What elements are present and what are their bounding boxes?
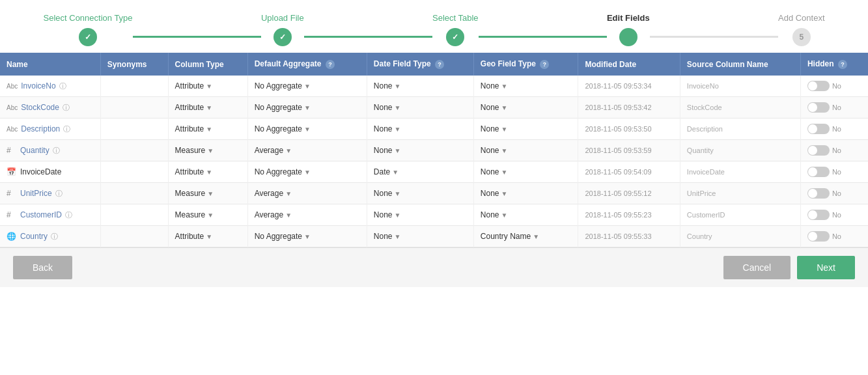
cell-hidden-2[interactable]: No <box>800 118 868 140</box>
info-icon[interactable]: ⓘ <box>63 124 70 134</box>
column-type-value-2: Attribute <box>175 124 204 133</box>
default-aggregate-arrow-2: ▼ <box>304 126 311 133</box>
cell-default-aggregate-4[interactable]: No Aggregate ▼ <box>247 161 367 183</box>
type-icon-2: Abc <box>7 126 18 133</box>
cell-hidden-7[interactable]: No <box>800 226 868 247</box>
cell-geo-field-type-0[interactable]: None ▼ <box>473 76 578 97</box>
info-icon[interactable]: ⓘ <box>51 232 58 242</box>
field-name-5: UnitPrice <box>20 189 52 198</box>
cell-column-type-7[interactable]: Attribute ▼ <box>168 226 247 247</box>
col-header-geo-field-type: Geo Field Type ? <box>473 53 578 76</box>
cell-source-column-name-6: CustomerID <box>680 204 800 226</box>
hidden-toggle-4[interactable] <box>807 167 830 177</box>
hidden-toggle-7[interactable] <box>807 231 830 242</box>
cell-date-field-type-2[interactable]: None ▼ <box>367 118 473 140</box>
default-aggregate-help-icon[interactable]: ? <box>326 60 335 69</box>
hidden-label-7: No <box>832 232 841 240</box>
date-field-type-arrow-3: ▼ <box>395 147 401 154</box>
col-header-default-aggregate: Default Aggregate ? <box>247 53 367 76</box>
toggle-knob-0 <box>808 81 817 90</box>
date-field-type-value-6: None <box>374 210 393 219</box>
cell-column-type-4[interactable]: Attribute ▼ <box>168 161 247 183</box>
cell-default-aggregate-3[interactable]: Average ▼ <box>247 140 367 161</box>
table-scroll-wrapper: Name Synonyms Column Type Default Aggreg… <box>0 53 868 247</box>
cell-hidden-0[interactable]: No <box>800 76 868 97</box>
cell-geo-field-type-4[interactable]: None ▼ <box>473 161 578 183</box>
cell-source-column-name-3: Quantity <box>680 140 800 161</box>
hidden-toggle-5[interactable] <box>807 188 830 199</box>
default-aggregate-value-5: Average <box>255 189 283 198</box>
step-3-circle: ✓ <box>446 28 464 46</box>
default-aggregate-value-4: No Aggregate <box>255 167 302 176</box>
table-header-row: Name Synonyms Column Type Default Aggreg… <box>0 53 868 76</box>
hidden-toggle-6[interactable] <box>807 210 830 220</box>
table-row: Abc StockCode ⓘ Attribute ▼ No Aggregate… <box>0 97 868 118</box>
cell-geo-field-type-2[interactable]: None ▼ <box>473 118 578 140</box>
cell-geo-field-type-7[interactable]: Country Name ▼ <box>473 226 578 247</box>
type-icon-3: # <box>7 146 17 155</box>
hidden-label-2: No <box>832 125 841 133</box>
hidden-toggle-0[interactable] <box>807 81 830 91</box>
table-row: # UnitPrice ⓘ Measure ▼ Average ▼ <box>0 183 868 204</box>
geo-field-type-arrow-2: ▼ <box>501 126 508 133</box>
cell-name-2: Abc Description ⓘ <box>0 118 100 140</box>
cell-geo-field-type-3[interactable]: None ▼ <box>473 140 578 161</box>
table-row: 🌐 Country ⓘ Attribute ▼ No Aggregate ▼ <box>0 226 868 247</box>
hidden-help-icon[interactable]: ? <box>838 60 847 69</box>
cell-default-aggregate-6[interactable]: Average ▼ <box>247 204 367 226</box>
hidden-toggle-2[interactable] <box>807 124 830 134</box>
geo-field-type-help-icon[interactable]: ? <box>540 60 549 69</box>
cell-hidden-6[interactable]: No <box>800 204 868 226</box>
cell-hidden-4[interactable]: No <box>800 161 868 183</box>
info-icon[interactable]: ⓘ <box>63 103 70 113</box>
cell-column-type-5[interactable]: Measure ▼ <box>168 183 247 204</box>
hidden-toggle-3[interactable] <box>807 145 830 156</box>
info-icon[interactable]: ⓘ <box>55 189 63 199</box>
cell-default-aggregate-1[interactable]: No Aggregate ▼ <box>247 97 367 118</box>
cell-date-field-type-1[interactable]: None ▼ <box>367 97 473 118</box>
cell-date-field-type-0[interactable]: None ▼ <box>367 76 473 97</box>
hidden-toggle-1[interactable] <box>807 102 830 113</box>
cell-hidden-1[interactable]: No <box>800 97 868 118</box>
cell-date-field-type-7[interactable]: None ▼ <box>367 226 473 247</box>
cell-column-type-1[interactable]: Attribute ▼ <box>168 97 247 118</box>
cell-hidden-3[interactable]: No <box>800 140 868 161</box>
cell-date-field-type-3[interactable]: None ▼ <box>367 140 473 161</box>
info-icon[interactable]: ⓘ <box>65 210 72 220</box>
cell-geo-field-type-5[interactable]: None ▼ <box>473 183 578 204</box>
next-button[interactable]: Next <box>797 256 855 279</box>
info-icon[interactable]: ⓘ <box>53 146 60 156</box>
cell-date-field-type-4[interactable]: Date ▼ <box>367 161 473 183</box>
cell-geo-field-type-1[interactable]: None ▼ <box>473 97 578 118</box>
step-2: Upload File ✓ <box>261 13 304 46</box>
cell-default-aggregate-0[interactable]: No Aggregate ▼ <box>247 76 367 97</box>
cell-synonyms-2 <box>100 118 168 140</box>
default-aggregate-value-7: No Aggregate <box>255 232 302 241</box>
col-header-name: Name <box>0 53 100 76</box>
cell-column-type-0[interactable]: Attribute ▼ <box>168 76 247 97</box>
default-aggregate-value-3: Average <box>255 146 283 155</box>
cell-modified-date-1: 2018-11-05 09:53:42 <box>578 97 680 118</box>
geo-field-type-value-4: None <box>481 167 499 176</box>
field-name-7: Country <box>20 232 48 241</box>
back-button[interactable]: Back <box>13 256 72 279</box>
cell-column-type-3[interactable]: Measure ▼ <box>168 140 247 161</box>
info-icon[interactable]: ⓘ <box>59 81 66 91</box>
hidden-label-3: No <box>832 146 841 154</box>
date-field-type-value-5: None <box>374 189 393 198</box>
cell-date-field-type-5[interactable]: None ▼ <box>367 183 473 204</box>
cell-hidden-5[interactable]: No <box>800 183 868 204</box>
cell-geo-field-type-6[interactable]: None ▼ <box>473 204 578 226</box>
cancel-button[interactable]: Cancel <box>723 256 791 279</box>
cell-column-type-2[interactable]: Attribute ▼ <box>168 118 247 140</box>
table-row: 📅 InvoiceDate Attribute ▼ No Aggregate ▼ <box>0 161 868 183</box>
cell-source-column-name-1: StockCode <box>680 97 800 118</box>
cell-default-aggregate-2[interactable]: No Aggregate ▼ <box>247 118 367 140</box>
cell-default-aggregate-5[interactable]: Average ▼ <box>247 183 367 204</box>
col-header-source-column-name: Source Column Name <box>680 53 800 76</box>
field-name-6: CustomerID <box>20 210 62 219</box>
cell-default-aggregate-7[interactable]: No Aggregate ▼ <box>247 226 367 247</box>
date-field-type-help-icon[interactable]: ? <box>435 60 444 69</box>
cell-date-field-type-6[interactable]: None ▼ <box>367 204 473 226</box>
cell-column-type-6[interactable]: Measure ▼ <box>168 204 247 226</box>
